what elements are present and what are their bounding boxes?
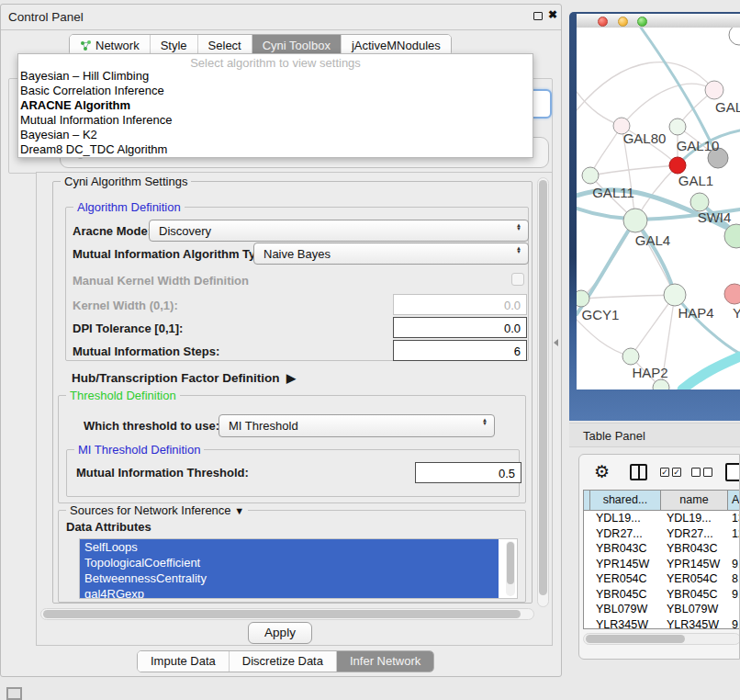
network-node[interactable] bbox=[653, 379, 669, 390]
network-canvas[interactable]: GALGAL80GAL10GAL1GAL11SWI4GAL4GCY1HAP4YH… bbox=[577, 28, 740, 390]
table-row[interactable]: YBR043CYBR043C bbox=[584, 541, 740, 557]
mi-threshold-input[interactable]: 0.5 bbox=[415, 462, 521, 483]
algorithm-option[interactable]: ARACNE Algorithm bbox=[18, 98, 533, 113]
column-selector-icon[interactable] bbox=[630, 464, 647, 480]
popup-placeholder: Select algorithm to view settings bbox=[18, 54, 533, 69]
dpi-tolerance-input[interactable]: 0.0 bbox=[393, 317, 527, 338]
network-node[interactable] bbox=[623, 209, 647, 232]
tab-impute-data[interactable]: Impute Data bbox=[138, 651, 229, 672]
table-cell: 8. bbox=[728, 571, 740, 587]
table-cell: YDR27... bbox=[661, 526, 728, 542]
table-cell: YER054C bbox=[661, 571, 728, 587]
aracne-mode-combo[interactable]: Discovery ▲▼ bbox=[149, 220, 529, 242]
minimize-traffic-light[interactable] bbox=[618, 17, 628, 27]
data-attribute-item[interactable]: SelfLoops bbox=[80, 539, 499, 555]
network-node[interactable] bbox=[669, 119, 686, 135]
table-document-icon[interactable] bbox=[725, 463, 740, 481]
network-edge[interactable] bbox=[675, 295, 740, 354]
row-index-column-header[interactable] bbox=[584, 491, 590, 510]
scrollbar-thumb[interactable] bbox=[507, 542, 514, 584]
mi-steps-input[interactable]: 6 bbox=[393, 340, 527, 361]
network-edge[interactable] bbox=[577, 320, 631, 356]
table-row[interactable]: YBL079WYBL079W bbox=[584, 602, 740, 617]
table-row[interactable]: YDR27...YDR27...12 bbox=[584, 526, 740, 542]
control-panel-titlebar: Control Panel ✖ bbox=[1, 5, 561, 30]
network-edge[interactable] bbox=[581, 295, 675, 299]
scrollbar-thumb[interactable] bbox=[586, 635, 685, 643]
sources-group: Sources for Network Inference ▼ Data Att… bbox=[58, 510, 526, 603]
which-threshold-combo[interactable]: MI Threshold ▲▼ bbox=[219, 414, 495, 437]
network-node[interactable] bbox=[729, 28, 740, 45]
table-row[interactable]: YER054CYER054C8. bbox=[584, 571, 740, 587]
tab-network[interactable]: Network bbox=[70, 35, 150, 55]
data-attribute-item[interactable]: BetweennessCentrality bbox=[80, 570, 499, 586]
tab-discretize-data[interactable]: Discretize Data bbox=[229, 651, 336, 672]
tab-style[interactable]: Style bbox=[150, 35, 197, 55]
network-node-label: GAL11 bbox=[592, 185, 634, 200]
scrollbar-thumb[interactable] bbox=[43, 610, 521, 618]
kernel-width-input[interactable]: 0.0 bbox=[393, 294, 527, 315]
data-attribute-item[interactable]: gal4RGexp bbox=[80, 586, 499, 599]
tab-cyni-toolbox[interactable]: Cyni Toolbox bbox=[252, 35, 341, 55]
algorithm-option[interactable]: Bayesian – Hill Climbing bbox=[18, 69, 533, 84]
minimized-panel-icon[interactable] bbox=[6, 687, 22, 700]
table-cell: 12 bbox=[728, 526, 740, 542]
table-row[interactable]: YDL19...YDL19...13 bbox=[584, 511, 740, 526]
algorithm-dropdown-popup: Select algorithm to view settings Bayesi… bbox=[17, 53, 533, 158]
gear-icon[interactable]: ⚙ bbox=[594, 461, 610, 482]
list-scrollbar[interactable] bbox=[506, 541, 515, 596]
horizontal-scrollbar[interactable] bbox=[40, 608, 534, 620]
table-horizontal-scrollbar[interactable] bbox=[583, 633, 740, 645]
table-row[interactable]: YBR045CYBR045C9. bbox=[584, 587, 740, 603]
column-header-clipped[interactable]: A bbox=[728, 491, 740, 510]
close-icon[interactable]: ✖ bbox=[548, 8, 557, 21]
tab-infer-network[interactable]: Infer Network bbox=[336, 651, 433, 672]
column-header-shared-name[interactable]: shared... bbox=[590, 491, 661, 510]
network-node[interactable] bbox=[724, 284, 740, 304]
stepper-icon: ▲▼ bbox=[516, 246, 521, 254]
network-node-label: GCY1 bbox=[582, 307, 620, 322]
data-attribute-item[interactable]: TopologicalCoefficient bbox=[80, 555, 499, 570]
stepper-icon: ▲▼ bbox=[516, 223, 521, 231]
network-node[interactable] bbox=[577, 290, 589, 307]
mi-algorithm-type-label: Mutual Information Algorithm Type: bbox=[73, 247, 274, 261]
splitter-handle[interactable] bbox=[554, 339, 558, 346]
hub-definition-toggle[interactable]: Hub/Transcription Factor Definition ▶ bbox=[72, 371, 296, 385]
manual-kernel-checkbox[interactable] bbox=[511, 273, 524, 286]
network-node[interactable] bbox=[582, 167, 599, 184]
column-header-name[interactable]: name bbox=[661, 491, 728, 510]
algorithm-option[interactable]: Bayesian – K2 bbox=[18, 128, 533, 142]
table-header-row: shared... name A bbox=[584, 491, 740, 511]
network-node[interactable] bbox=[622, 348, 639, 365]
network-edge[interactable] bbox=[590, 165, 678, 175]
network-edge[interactable] bbox=[590, 126, 622, 175]
float-window-icon[interactable] bbox=[533, 12, 543, 20]
algorithm-option[interactable]: Dream8 DC_TDC Algorithm bbox=[18, 142, 533, 157]
network-node[interactable] bbox=[664, 284, 686, 306]
network-node[interactable] bbox=[690, 193, 709, 211]
network-window-titlebar[interactable] bbox=[577, 14, 740, 28]
network-node[interactable] bbox=[705, 81, 723, 99]
zoom-traffic-light[interactable] bbox=[637, 17, 647, 27]
tab-select[interactable]: Select bbox=[197, 35, 252, 55]
table-row[interactable]: YPR145WYPR145W9. bbox=[584, 557, 740, 572]
network-edge[interactable] bbox=[682, 356, 740, 390]
checked-box-icon: ✓ bbox=[660, 468, 669, 477]
algorithm-option[interactable]: Basic Correlation Inference bbox=[18, 84, 533, 98]
apply-button[interactable]: Apply bbox=[248, 622, 312, 644]
scrollbar-thumb[interactable] bbox=[539, 180, 547, 595]
data-attributes-list[interactable]: SelfLoopsTopologicalCoefficientBetweenne… bbox=[79, 538, 518, 599]
cyni-algorithm-settings-group: Cyni Algorithm Settings Algorithm Defini… bbox=[52, 181, 533, 604]
table-row[interactable]: YLR345WYLR345W9. bbox=[584, 617, 740, 630]
select-all-icon[interactable]: ✓ ✓ bbox=[660, 468, 681, 477]
deselect-all-icon[interactable] bbox=[691, 468, 712, 477]
table-cell: YBR045C bbox=[584, 587, 661, 603]
sources-toggle[interactable]: Sources for Network Inference ▼ bbox=[66, 503, 248, 517]
mi-algorithm-type-combo[interactable]: Naive Bayes ▲▼ bbox=[253, 243, 529, 265]
network-node[interactable] bbox=[669, 157, 686, 174]
tab-jactivemnodules[interactable]: jActiveMNodules bbox=[341, 35, 451, 55]
algorithm-option[interactable]: Mutual Information Inference bbox=[18, 113, 533, 128]
network-node-label: GAL1 bbox=[678, 173, 713, 188]
close-traffic-light[interactable] bbox=[598, 17, 608, 27]
vertical-scrollbar[interactable] bbox=[537, 177, 549, 607]
